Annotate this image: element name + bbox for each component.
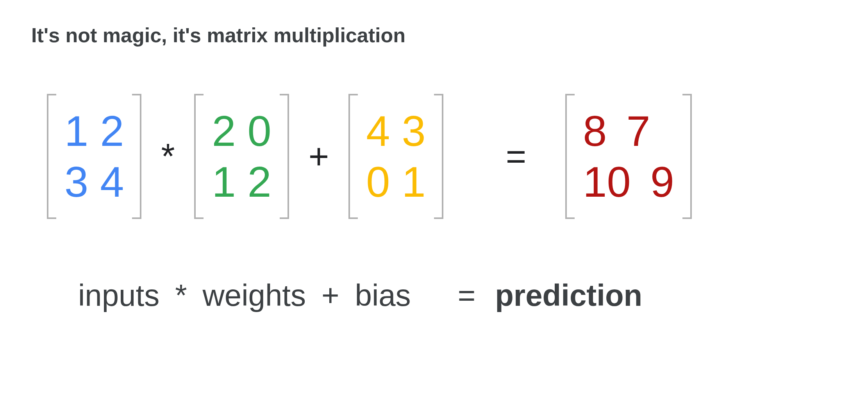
matrix-cell: 4	[366, 109, 390, 153]
slide-title: It's not magic, it's matrix multiplicati…	[31, 23, 837, 47]
bracket-right	[434, 94, 443, 219]
bracket-left	[194, 94, 204, 219]
bracket-right	[682, 94, 692, 219]
prediction-matrix: 8 7 10 9	[565, 94, 692, 219]
matrix-cell: 1	[64, 109, 88, 153]
inputs-label: inputs	[78, 278, 159, 313]
matrix-cell: 10	[583, 160, 630, 203]
prediction-label: prediction	[495, 278, 642, 313]
matrix-cell: 2	[100, 109, 124, 153]
multiply-operator: *	[157, 136, 179, 177]
matrix-cell: 0	[366, 160, 390, 203]
inputs-matrix: 1 2 3 4	[47, 94, 141, 219]
equals-operator: =	[459, 136, 550, 177]
matrix-cell: 2	[212, 109, 236, 153]
equation-labels: inputs * weights + bias = prediction	[78, 278, 837, 313]
weights-label: weights	[203, 278, 306, 313]
matrix-cell: 3	[64, 160, 88, 203]
bias-matrix: 4 3 0 1	[348, 94, 443, 219]
plus-label: +	[321, 278, 339, 313]
bracket-left	[47, 94, 56, 219]
bracket-left	[348, 94, 358, 219]
matrix-cell: 0	[248, 109, 271, 153]
equals-label: =	[458, 278, 476, 313]
matrix-cell: 4	[100, 160, 124, 203]
plus-operator: +	[305, 136, 333, 177]
matrix-cell: 3	[402, 109, 426, 153]
matrix-cell: 2	[248, 160, 271, 203]
matrix-cell: 1	[212, 160, 236, 203]
multiply-label: *	[175, 278, 187, 313]
weights-matrix: 2 0 1 2	[194, 94, 289, 219]
bias-label: bias	[355, 278, 411, 313]
matrix-cell: 9	[650, 160, 674, 203]
bracket-left	[565, 94, 575, 219]
matrix-cell: 1	[402, 160, 426, 203]
bracket-right	[132, 94, 141, 219]
matrix-cell: 7	[626, 109, 650, 153]
bracket-right	[280, 94, 289, 219]
matrix-cell: 8	[583, 109, 607, 153]
matrix-equation: 1 2 3 4 * 2 0 1 2 +	[47, 94, 837, 219]
